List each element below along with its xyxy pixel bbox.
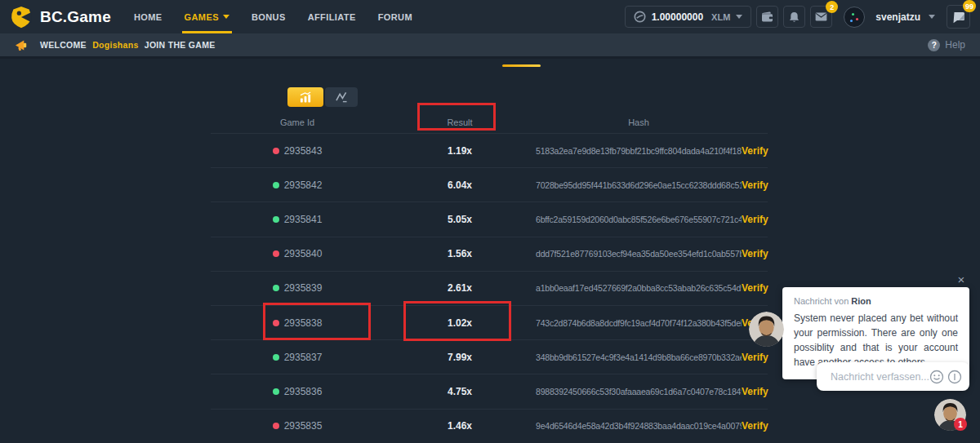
brand-title[interactable]: BC.Game — [40, 8, 111, 26]
verify-link[interactable]: Verify — [742, 179, 768, 191]
result-status-dot — [273, 250, 279, 257]
result-status-dot — [273, 354, 279, 361]
chevron-down-icon — [223, 15, 229, 19]
username-label[interactable]: svenjatzu — [875, 11, 920, 23]
tab-indicator-line — [502, 64, 541, 67]
nav-item-games[interactable]: GAMES — [185, 0, 229, 33]
bc-game-page: BC.Game HOME GAMES BONUS AFFILIATE FORUM — [0, 0, 980, 443]
highlight-box-result-header — [417, 103, 496, 131]
game-history-table: Game Id Result Hash 2935843 1.19x 5183a2… — [211, 111, 768, 443]
game-id[interactable]: 2935843 — [284, 145, 323, 157]
table-row: 2935835 1.46x 9e4d6546d4e58a42d3b4f92488… — [211, 409, 768, 443]
table-row: 2935837 7.99x 348bb9db61527e4c9f3e4a1414… — [211, 339, 768, 374]
nav-item-forum[interactable]: FORUM — [378, 0, 412, 33]
mail-icon — [815, 12, 827, 21]
verify-link[interactable]: Verify — [742, 352, 768, 363]
welcome-message: WELCOME Dogishans JOIN THE GAME — [40, 40, 216, 50]
balance-currency: XLM — [711, 12, 730, 22]
trend-line-icon — [335, 91, 348, 103]
table-row: 2935836 4.75x 8988392450666c53f30afaaaea… — [211, 374, 768, 408]
table-row: 2935839 2.61x a1bb0eaaf17ed4527669f2a0bb… — [211, 271, 768, 305]
result-status-dot — [273, 388, 279, 395]
result-multiplier: 6.04x — [384, 179, 536, 191]
welcome-username[interactable]: Dogishans — [92, 40, 138, 50]
result-multiplier: 4.75x — [384, 386, 536, 397]
help-button[interactable]: ? Help — [928, 39, 965, 51]
game-hash: a1bb0eaaf17ed4527669f2a0bba8cc53abab26c6… — [536, 283, 742, 293]
megaphone-icon — [15, 39, 29, 51]
result-status-dot — [273, 148, 279, 154]
user-avatar[interactable] — [844, 7, 865, 28]
balance-amount: 1.00000000 — [652, 11, 703, 23]
unread-count-badge: 1 — [954, 418, 967, 431]
game-id[interactable]: 2935836 — [284, 386, 323, 397]
result-status-dot — [273, 216, 279, 223]
game-hash: ddd7f521e87769103ecf94ea35da50ee354efd1c… — [536, 249, 742, 259]
mail-badge: 2 — [826, 1, 838, 13]
table-row: 2935843 1.19x 5183a2ea7e9d8e13fb79bbf21b… — [211, 133, 768, 167]
welcome-banner: WELCOME Dogishans JOIN THE GAME ? Help — [0, 33, 980, 59]
verify-link[interactable]: Verify — [742, 282, 768, 294]
bar-chart-icon — [299, 91, 313, 104]
game-hash: 743c2d874b6d8a8dcdf9fc19acf4d70f74f12a38… — [536, 318, 742, 328]
verify-link[interactable]: Verify — [742, 386, 768, 397]
game-id[interactable]: 2935835 — [284, 420, 323, 432]
nav-item-bonus[interactable]: BONUS — [252, 0, 286, 33]
wallet-button[interactable] — [756, 6, 778, 28]
main-nav: HOME GAMES BONUS AFFILIATE FORUM — [134, 0, 412, 33]
bell-icon — [789, 11, 800, 23]
header-hash: Hash — [536, 117, 742, 127]
header-game-id: Game Id — [211, 117, 384, 127]
tab-trend-chart[interactable] — [325, 87, 358, 107]
nav-item-home[interactable]: HOME — [134, 0, 163, 33]
tab-bets-list[interactable] — [287, 87, 323, 107]
chat-button[interactable]: 99 — [947, 5, 970, 29]
message-from-label: Nachricht von Rion — [794, 296, 958, 306]
table-row: 2935841 5.05x 6bffc2a59159d2060d0abc85f5… — [211, 202, 768, 236]
welcome-prefix: WELCOME — [40, 40, 87, 50]
message-sender: Rion — [851, 296, 871, 306]
chevron-down-icon — [736, 15, 742, 19]
game-id[interactable]: 2935840 — [284, 248, 323, 259]
highlight-box-game-id-2935838 — [263, 303, 371, 340]
game-hash: 5183a2ea7e9d8e13fb79bbf21bc9ffc804dada4a… — [536, 146, 742, 156]
verify-link[interactable]: Verify — [742, 248, 768, 259]
verify-link[interactable]: Verify — [742, 214, 768, 225]
table-row: 2935842 6.04x 7028be95dd95f441b633d6d296… — [211, 167, 768, 202]
emoji-icon[interactable] — [929, 370, 944, 384]
balance-selector[interactable]: 1.00000000 XLM — [625, 6, 752, 28]
sender-avatar — [749, 312, 784, 347]
chat-message-input[interactable] — [831, 371, 929, 383]
history-view-tabs — [287, 87, 358, 107]
bc-game-logo-icon[interactable] — [10, 6, 33, 29]
top-navbar: BC.Game HOME GAMES BONUS AFFILIATE FORUM — [0, 0, 980, 33]
game-id[interactable]: 2935837 — [284, 352, 323, 363]
chat-badge: 99 — [963, 0, 976, 12]
game-hash: 348bb9db61527e4c9f3e4a1414d9b8ba66ce8970… — [536, 352, 742, 362]
navbar-right-cluster: 1.00000000 XLM — [625, 5, 970, 29]
nav-item-affiliate[interactable]: AFFILIATE — [308, 0, 356, 33]
wallet-icon — [761, 11, 773, 22]
mail-button[interactable]: 2 — [810, 6, 832, 28]
close-icon[interactable]: × — [954, 272, 969, 287]
highlight-box-result-1-02x — [403, 301, 511, 341]
table-row: 2935840 1.56x ddd7f521e87769103ecf94ea35… — [211, 237, 768, 271]
chat-bubble-icon — [952, 11, 965, 24]
result-status-dot — [273, 182, 279, 188]
game-hash: 9e4d6546d4e58a42d3b4f924883baa4daac019ce… — [536, 421, 742, 431]
result-status-dot — [273, 423, 279, 429]
verify-link[interactable]: Verify — [742, 145, 768, 157]
message-body: System never placed any bet without your… — [794, 311, 958, 370]
game-id[interactable]: 2935842 — [284, 179, 323, 191]
result-multiplier: 5.05x — [384, 214, 536, 225]
attachment-icon[interactable] — [947, 370, 962, 384]
chevron-down-icon[interactable] — [929, 15, 935, 19]
help-label: Help — [945, 39, 965, 51]
notifications-button[interactable] — [783, 6, 805, 28]
game-id[interactable]: 2935841 — [284, 214, 323, 225]
result-multiplier: 1.19x — [384, 145, 536, 157]
game-hash: 6bffc2a59159d2060d0abc85f526e6be676e5590… — [536, 215, 742, 224]
result-multiplier: 1.56x — [384, 248, 536, 259]
game-id[interactable]: 2935839 — [284, 282, 323, 294]
verify-link[interactable]: Verify — [742, 420, 768, 432]
